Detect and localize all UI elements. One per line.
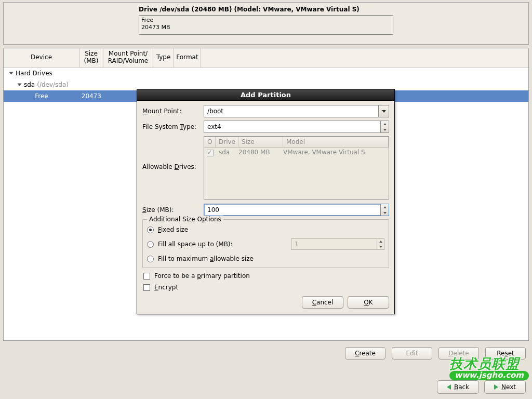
add-partition-dialog: Add Partition Mount Point: File System T… xyxy=(137,89,395,314)
free-size: 20473 MB xyxy=(141,24,391,31)
opt-fill-up-to[interactable]: Fill all space up to (MB): xyxy=(147,238,384,250)
opt-fill-max[interactable]: Fill to maximum allowable size xyxy=(147,255,384,262)
radio-fixed[interactable] xyxy=(147,227,154,233)
dropdown-button[interactable] xyxy=(378,105,389,117)
free-label: Free xyxy=(141,17,391,24)
expand-icon[interactable] xyxy=(9,72,14,75)
additional-size-options: Additional Size Options Fixed size Fill … xyxy=(142,219,389,268)
expand-icon[interactable] xyxy=(18,84,22,86)
drive-summary-panel: Drive /dev/sda (20480 MB) (Model: VMware… xyxy=(3,2,529,45)
cancel-button[interactable]: Cancel xyxy=(302,296,343,309)
watermark: 技术员联盟 www.jsgho.com xyxy=(449,357,529,380)
back-button[interactable]: Back xyxy=(437,380,479,394)
next-button[interactable]: Next xyxy=(484,380,526,394)
encrypt-row[interactable]: Encrypt xyxy=(143,284,389,291)
aso-legend: Additional Size Options xyxy=(147,216,223,223)
fs-type-label: File System Type: xyxy=(142,123,204,130)
column-headers: Device Size (MB) Mount Point/ RAID/Volum… xyxy=(4,48,528,68)
size-input[interactable] xyxy=(204,206,380,214)
col-device[interactable]: Device xyxy=(4,48,79,67)
ok-button[interactable]: OK xyxy=(348,296,389,309)
mount-point-input[interactable] xyxy=(204,108,378,115)
edit-button: Edit xyxy=(392,347,432,360)
nav-buttons: Back Next xyxy=(437,380,526,394)
opt-fixed-size[interactable]: Fixed size xyxy=(147,226,384,233)
fs-type-input[interactable] xyxy=(204,123,380,130)
col-drive-size: Size xyxy=(238,137,283,147)
mount-point-select[interactable] xyxy=(204,105,389,117)
spin-up-icon xyxy=(381,204,389,210)
allowable-drives-list[interactable]: O Drive Size Model sda 20480 MB VMware, … xyxy=(204,136,389,200)
force-primary-row[interactable]: Force to be a primary partition xyxy=(143,272,389,280)
spin-down-icon xyxy=(381,210,389,216)
spinner-buttons[interactable] xyxy=(380,204,389,216)
tree-hard-drives[interactable]: Hard Drives xyxy=(4,68,528,79)
drive-usage-box: Free 20473 MB xyxy=(139,15,393,35)
create-button[interactable]: Create xyxy=(345,347,385,360)
radio-fill-up[interactable] xyxy=(147,241,154,248)
chevron-down-icon xyxy=(382,110,386,113)
col-format[interactable]: Format xyxy=(174,48,201,67)
col-drive: Drive xyxy=(216,137,238,147)
size-label: Size (MB): xyxy=(142,206,204,214)
allowable-drives-label: Allowable Drives: xyxy=(142,136,204,170)
col-type[interactable]: Type xyxy=(153,48,174,67)
fill-up-spinner xyxy=(291,238,384,250)
size-spinner[interactable] xyxy=(204,204,389,216)
col-mount[interactable]: Mount Point/ RAID/Volume xyxy=(103,48,153,67)
dropdown-button[interactable] xyxy=(380,121,389,132)
radio-fill-max[interactable] xyxy=(147,256,154,262)
dialog-title: Add Partition xyxy=(137,89,394,101)
arrow-left-icon xyxy=(447,384,451,390)
force-primary-checkbox[interactable] xyxy=(143,273,150,280)
arrow-right-icon xyxy=(494,384,498,390)
col-check: O xyxy=(204,137,216,147)
mount-point-label: Mount Point: xyxy=(142,108,204,115)
drive-checkbox xyxy=(207,150,214,156)
drive-title: Drive /dev/sda (20480 MB) (Model: VMware… xyxy=(139,6,524,13)
fs-type-select[interactable] xyxy=(204,121,389,133)
col-size[interactable]: Size (MB) xyxy=(79,48,103,67)
drive-row: sda 20480 MB VMware, VMware Virtual S xyxy=(204,148,389,159)
col-drive-model: Model xyxy=(283,137,389,147)
encrypt-checkbox[interactable] xyxy=(143,284,150,291)
